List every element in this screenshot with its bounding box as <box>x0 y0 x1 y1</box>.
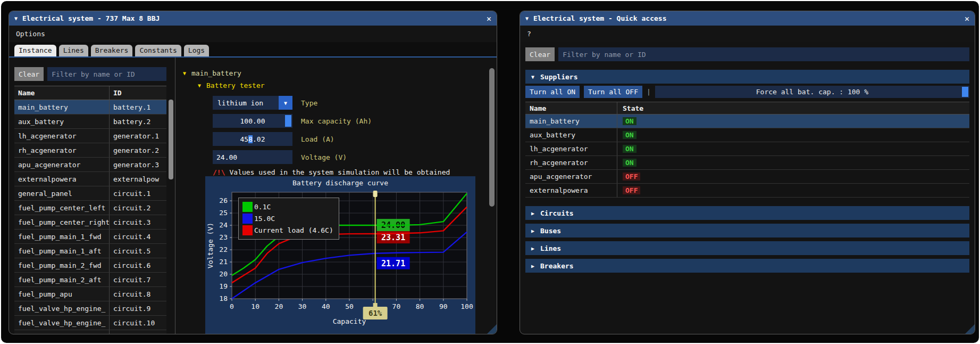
legend-swatch <box>242 214 253 224</box>
max-capacity-input[interactable]: 100.00 <box>213 114 292 128</box>
tab-logs[interactable]: Logs <box>184 45 209 56</box>
collapse-icon[interactable]: ▼ <box>525 15 529 21</box>
table-row[interactable]: aux_batterybattery.2 <box>14 114 166 129</box>
cell-id: circuit.11 <box>109 330 166 334</box>
cell-name: aux_battery <box>525 131 617 139</box>
table-row[interactable]: rh_acgeneratorgenerator.2 <box>14 143 166 158</box>
resize-grip[interactable] <box>964 323 975 334</box>
load-input[interactable]: 458.02 <box>213 132 292 146</box>
svg-text:Voltage (V): Voltage (V) <box>206 223 214 268</box>
cell-name: fuel_valve_lp_engine_ <box>14 333 109 334</box>
chart-legend[interactable]: 0.1C15.0CCurrent load (4.6C) <box>238 198 339 240</box>
cell-id: generator.2 <box>109 143 166 157</box>
cell-state: ON <box>617 156 969 169</box>
table-row[interactable]: fuel_valve_hp_engine_circuit.9 <box>14 301 166 316</box>
clear-filter-button[interactable]: Clear <box>525 47 555 61</box>
supplier-row[interactable]: lh_acgeneratorON <box>525 142 969 156</box>
state-badge[interactable]: OFF <box>623 173 640 181</box>
inspector-scrollbar[interactable] <box>489 68 495 207</box>
svg-text:20: 20 <box>275 302 283 310</box>
state-badge[interactable]: ON <box>623 159 636 167</box>
table-row[interactable]: fuel_valve_hp_engine_circuit.10 <box>14 316 166 330</box>
table-row[interactable]: fuel_pump_main_2_fwdcircuit.6 <box>14 258 166 273</box>
column-header-id[interactable]: ID <box>109 86 166 100</box>
table-scrollbar[interactable] <box>169 100 173 179</box>
warning-icon: /!\ <box>213 168 225 176</box>
close-icon[interactable]: ✕ <box>487 14 491 23</box>
battery-type-dropdown[interactable]: lithium ion ▼ <box>213 96 292 110</box>
drag-handle[interactable] <box>285 115 291 127</box>
slider-handle[interactable] <box>962 87 968 97</box>
svg-text:90: 90 <box>439 302 448 310</box>
section-lines[interactable]: ▶Lines <box>525 241 969 255</box>
supplier-row[interactable]: apu_acgeneratorOFF <box>525 170 969 184</box>
column-header-state[interactable]: State <box>617 102 969 114</box>
tab-lines[interactable]: Lines <box>59 45 88 56</box>
table-row[interactable]: lh_acgeneratorgenerator.1 <box>14 129 166 143</box>
column-header-name[interactable]: Name <box>525 104 617 112</box>
filter-input[interactable] <box>558 47 969 61</box>
menu-item-help[interactable]: ? <box>527 30 531 38</box>
filter-input[interactable] <box>47 67 166 81</box>
tab-breakers[interactable]: Breakers <box>91 45 133 56</box>
cell-name: general_panel <box>14 190 109 198</box>
table-row[interactable]: apu_acgeneratorgenerator.3 <box>14 158 166 172</box>
chevron-down-icon[interactable]: ▼ <box>198 83 201 88</box>
instance-list-pane: Clear Name ID main_batterybattery.1aux_b… <box>9 58 175 334</box>
dropdown-arrow-icon[interactable]: ▼ <box>279 96 292 110</box>
supplier-row[interactable]: main_batteryON <box>525 114 969 128</box>
state-badge[interactable]: ON <box>623 131 636 139</box>
column-header-name[interactable]: Name <box>14 89 109 97</box>
table-row[interactable]: externalpoweraexternalpow <box>14 172 166 186</box>
state-badge[interactable]: OFF <box>623 186 640 194</box>
voltage-input[interactable]: 24.00 <box>213 150 292 164</box>
tab-instance[interactable]: Instance <box>14 45 56 56</box>
tab-bar: InstanceLinesBreakersConstantsLogs <box>9 42 497 58</box>
tree-node-main-battery[interactable]: ▼ main_battery <box>183 67 497 79</box>
type-label: Type <box>301 99 317 107</box>
table-row[interactable]: fuel_pump_center_rightcircuit.3 <box>14 215 166 230</box>
clear-filter-button[interactable]: Clear <box>14 67 44 81</box>
tab-constants[interactable]: Constants <box>135 45 181 56</box>
table-row[interactable]: fuel_pump_main_1_aftcircuit.5 <box>14 244 166 258</box>
menu-item-options[interactable]: Options <box>16 30 45 38</box>
table-header: Name ID <box>14 86 166 100</box>
load-control-row: 458.02 Load (A) <box>213 132 497 146</box>
table-row[interactable]: fuel_pump_main_2_aftcircuit.7 <box>14 273 166 287</box>
title-bar[interactable]: ▼ Electrical system - Quick access ✕ <box>520 11 975 26</box>
table-row[interactable]: general_panelcircuit.1 <box>14 186 166 201</box>
section-breakers[interactable]: ▶Breakers <box>525 259 969 273</box>
section-circuits[interactable]: ▶Circuits <box>525 206 969 220</box>
section-buses[interactable]: ▶Buses <box>525 224 969 237</box>
table-row[interactable]: fuel_pump_center_leftcircuit.2 <box>14 201 166 215</box>
force-battery-capacity-slider[interactable]: Force all bat. cap. : 100 % <box>655 86 969 98</box>
title-bar[interactable]: ▼ Electrical system - 737 Max 8 BBJ ✕ <box>9 11 497 26</box>
cell-name: fuel_pump_main_2_fwd <box>14 261 109 269</box>
state-badge[interactable]: ON <box>623 145 636 153</box>
tree-node-battery-tester[interactable]: ▼ Battery tester <box>198 79 497 92</box>
supplier-row[interactable]: aux_batteryON <box>525 128 969 142</box>
close-icon[interactable]: ✕ <box>965 14 969 23</box>
state-badge[interactable]: ON <box>623 117 636 125</box>
load-value-pre: 45 <box>240 135 249 143</box>
svg-text:50: 50 <box>345 302 354 310</box>
cell-name: fuel_pump_main_1_fwd <box>14 233 109 241</box>
table-row[interactable]: fuel_pump_apucircuit.8 <box>14 287 166 301</box>
filter-row: Clear <box>14 67 166 81</box>
table-row[interactable]: fuel_valve_lp_engine_circuit.11 <box>14 330 166 334</box>
cell-id: circuit.7 <box>109 273 166 286</box>
supplier-row[interactable]: rh_acgeneratorON <box>525 156 969 170</box>
cell-name: fuel_pump_apu <box>14 290 109 298</box>
turn-all-on-button[interactable]: Turn all ON <box>525 86 580 98</box>
table-row[interactable]: main_batterybattery.1 <box>14 100 166 114</box>
chevron-down-icon[interactable]: ▼ <box>183 70 186 76</box>
section-suppliers[interactable]: ▼ Suppliers <box>525 70 969 84</box>
collapse-icon[interactable]: ▼ <box>14 15 18 21</box>
resize-grip[interactable] <box>485 323 497 334</box>
table-row[interactable]: fuel_pump_main_1_fwdcircuit.4 <box>14 230 166 244</box>
cell-state: OFF <box>617 184 969 197</box>
load-value-post: .02 <box>253 135 265 143</box>
chevron-down-icon: ▼ <box>531 74 534 80</box>
turn-all-off-button[interactable]: Turn all OFF <box>584 86 642 98</box>
supplier-row[interactable]: externalpoweraOFF <box>525 184 969 198</box>
